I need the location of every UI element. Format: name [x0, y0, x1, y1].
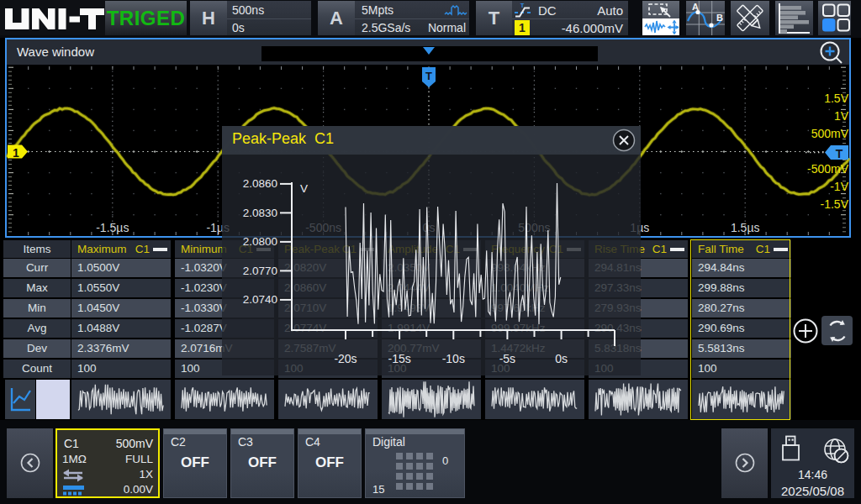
svg-text:A: A — [692, 2, 699, 12]
svg-text:-10s: -10s — [442, 352, 465, 365]
svg-text:V: V — [300, 182, 308, 195]
svg-text:1V: 1V — [834, 109, 849, 123]
svg-text:-500mV: -500mV — [807, 162, 849, 176]
svg-text:1.5V: 1.5V — [824, 92, 848, 105]
svg-text:-20s: -20s — [334, 352, 357, 365]
svg-text:-15s: -15s — [388, 352, 410, 365]
svg-text:0s: 0s — [555, 352, 568, 365]
svg-text:-1.5µs: -1.5µs — [96, 221, 129, 234]
svg-text:-1V: -1V — [830, 180, 848, 193]
svg-text:2.0830: 2.0830 — [243, 207, 277, 219]
svg-text:2.0740: 2.0740 — [243, 293, 277, 306]
svg-text:-5s: -5s — [499, 352, 515, 365]
svg-text:2.0800: 2.0800 — [243, 235, 277, 248]
svg-text:2.0770: 2.0770 — [243, 265, 277, 277]
svg-text:-1.5V: -1.5V — [821, 197, 849, 211]
svg-text:500mV: 500mV — [811, 127, 849, 140]
svg-text:B: B — [716, 13, 723, 23]
svg-text:T: T — [836, 147, 843, 160]
svg-text:T: T — [520, 3, 525, 8]
svg-text:2.0860: 2.0860 — [243, 177, 277, 190]
svg-text:T: T — [425, 70, 432, 82]
svg-text:1.5µs: 1.5µs — [731, 221, 760, 234]
svg-text:1: 1 — [13, 146, 19, 160]
